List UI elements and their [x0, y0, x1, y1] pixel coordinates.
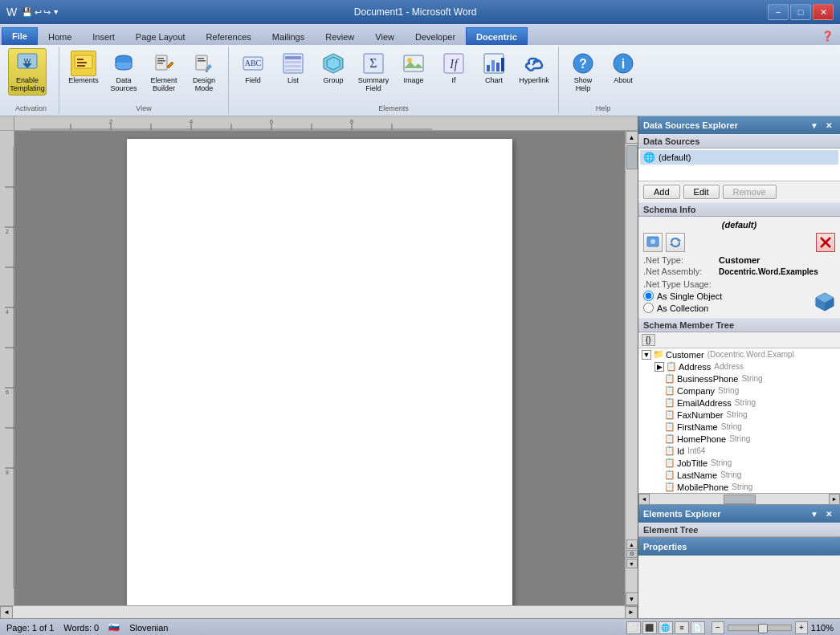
tree-toolbar-braces-button[interactable]: {}: [642, 334, 655, 346]
data-source-default[interactable]: 🌐 (default): [640, 150, 838, 165]
document-page: [127, 139, 512, 605]
company-name: Company: [677, 386, 715, 396]
scroll-right-button[interactable]: ►: [625, 606, 638, 619]
firstname-type: String: [721, 422, 742, 431]
tree-item-faxnumber[interactable]: 📋 FaxNumber String: [638, 409, 840, 421]
document-scroll-area[interactable]: [14, 131, 625, 605]
view-print-layout[interactable]: ⬜: [626, 621, 641, 634]
collection-radio[interactable]: [643, 303, 654, 313]
view-content: Elements DataSources: [64, 48, 223, 112]
tree-scroll-left[interactable]: ◄: [638, 494, 650, 505]
elements-explorer-close[interactable]: ✕: [822, 507, 835, 520]
tree-item-lastname[interactable]: 📋 LastName String: [638, 469, 840, 481]
single-object-option[interactable]: As Single Object: [643, 291, 814, 301]
scroll-down-button[interactable]: ▼: [626, 592, 638, 605]
scroll-up-small[interactable]: ▲: [626, 539, 638, 549]
svg-rect-4: [77, 59, 84, 60]
address-expand[interactable]: ▶: [654, 362, 664, 372]
collection-option[interactable]: As Collection: [643, 303, 814, 313]
quick-access-redo[interactable]: ↪: [43, 7, 51, 18]
single-object-label: As Single Object: [657, 291, 722, 301]
tree-item-homephone[interactable]: 📋 HomePhone String: [638, 433, 840, 445]
scroll-thumb[interactable]: [626, 145, 638, 169]
tab-view[interactable]: View: [365, 27, 405, 45]
tree-item-mobilephone[interactable]: 📋 MobilePhone String: [638, 481, 840, 493]
braces-icon: {}: [646, 336, 651, 344]
tab-docentric[interactable]: Docentric: [466, 27, 528, 45]
ribbon-tab-bar: File Home Insert Page Layout References …: [0, 24, 840, 45]
hyperlink-label: Hyperlink: [519, 77, 549, 85]
tab-references[interactable]: References: [196, 27, 262, 45]
summary-field-button[interactable]: Σ SummaryField: [354, 48, 393, 96]
view-outline[interactable]: ≡: [675, 621, 689, 634]
tree-scroll-right[interactable]: ►: [829, 494, 840, 505]
schema-delete-button[interactable]: [816, 233, 835, 252]
elements-explorer-dropdown[interactable]: ▼: [808, 507, 821, 520]
close-button[interactable]: ✕: [813, 4, 834, 20]
panel-close-button[interactable]: ✕: [822, 119, 835, 132]
maximize-button[interactable]: □: [790, 4, 811, 20]
schema-refresh-button[interactable]: [666, 233, 685, 252]
field-button[interactable]: ABC Field: [234, 48, 272, 88]
hyperlink-button[interactable]: Hyperlink: [515, 48, 553, 88]
tree-item-id[interactable]: 📋 Id Int64: [638, 445, 840, 457]
scroll-down-small[interactable]: ▼: [626, 559, 638, 568]
remove-button[interactable]: Remove: [723, 185, 777, 199]
vertical-scrollbar[interactable]: ▲ ▲ ⊙ ▼ ▼: [625, 131, 638, 605]
svg-text:Σ: Σ: [369, 56, 377, 70]
scroll-left-button[interactable]: ◄: [0, 606, 13, 619]
tree-item-businessphone[interactable]: 📋 BusinessPhone String: [638, 372, 840, 385]
quick-access-dropdown[interactable]: ▼: [52, 8, 59, 16]
ribbon-help-icon[interactable]: ❓: [815, 27, 840, 45]
quick-access-save[interactable]: 💾: [22, 7, 33, 18]
zoom-slider[interactable]: [728, 625, 792, 631]
quick-access-undo[interactable]: ↩: [35, 7, 42, 18]
tree-item-emailaddress[interactable]: 📋 EmailAddress String: [638, 397, 840, 409]
if-button[interactable]: If If: [434, 48, 473, 88]
data-sources-list: 🌐 (default): [638, 149, 840, 181]
group-button[interactable]: Group: [314, 48, 353, 88]
data-sources-button[interactable]: DataSources: [104, 48, 143, 96]
enable-templating-button[interactable]: W EnableTemplating: [8, 48, 47, 96]
tab-page-layout[interactable]: Page Layout: [125, 27, 196, 45]
view-web-layout[interactable]: 🌐: [659, 621, 673, 634]
tree-item-company[interactable]: 📋 Company String: [638, 385, 840, 397]
faxnumber-icon: 📋: [664, 409, 675, 420]
customer-expand[interactable]: ▼: [642, 350, 651, 360]
horizontal-scrollbar[interactable]: ◄ ►: [0, 605, 638, 618]
single-object-radio[interactable]: [643, 291, 654, 301]
tree-item-firstname[interactable]: 📋 FirstName String: [638, 421, 840, 433]
edit-button[interactable]: Edit: [683, 185, 720, 199]
tree-item-customer[interactable]: ▼ 📁 Customer (Docentric.Word.Exampl: [638, 348, 840, 360]
tab-review[interactable]: Review: [315, 27, 365, 45]
tab-insert[interactable]: Insert: [82, 27, 125, 45]
add-button[interactable]: Add: [643, 185, 680, 199]
image-button[interactable]: Image: [394, 48, 433, 88]
schema-tree-area[interactable]: ▼ 📁 Customer (Docentric.Word.Exampl ▶ 📋 …: [638, 348, 840, 493]
zoom-out-button[interactable]: −: [712, 621, 724, 634]
tree-item-address[interactable]: ▶ 📋 Address Address: [638, 360, 840, 372]
show-help-button[interactable]: ? ShowHelp: [564, 48, 602, 96]
tree-h-thumb[interactable]: [724, 495, 756, 504]
chart-button[interactable]: Chart: [475, 48, 513, 88]
panel-dropdown-button[interactable]: ▼: [808, 119, 821, 132]
elements-button[interactable]: Elements: [64, 48, 103, 88]
tree-h-scroll[interactable]: ◄ ►: [638, 493, 840, 504]
status-right: ⬜ ⬛ 🌐 ≡ 📄 − + 110%: [626, 621, 834, 634]
list-button[interactable]: List: [274, 48, 312, 88]
view-draft[interactable]: 📄: [691, 621, 705, 634]
group-icon: [320, 51, 346, 76]
about-button[interactable]: i About: [604, 48, 642, 88]
minimize-button[interactable]: −: [768, 4, 789, 20]
tab-mailings[interactable]: Mailings: [262, 27, 315, 45]
design-mode-button[interactable]: DesignMode: [185, 48, 223, 96]
schema-load-button[interactable]: [643, 233, 663, 252]
tab-file[interactable]: File: [2, 27, 38, 45]
tab-home[interactable]: Home: [38, 27, 82, 45]
zoom-in-button[interactable]: +: [795, 621, 808, 634]
scroll-up-button[interactable]: ▲: [626, 131, 638, 144]
tree-item-jobtitle[interactable]: 📋 JobTitle String: [638, 457, 840, 469]
view-full-screen[interactable]: ⬛: [642, 621, 657, 634]
element-builder-button[interactable]: ElementBuilder: [145, 48, 183, 96]
tab-developer[interactable]: Developer: [405, 27, 466, 45]
